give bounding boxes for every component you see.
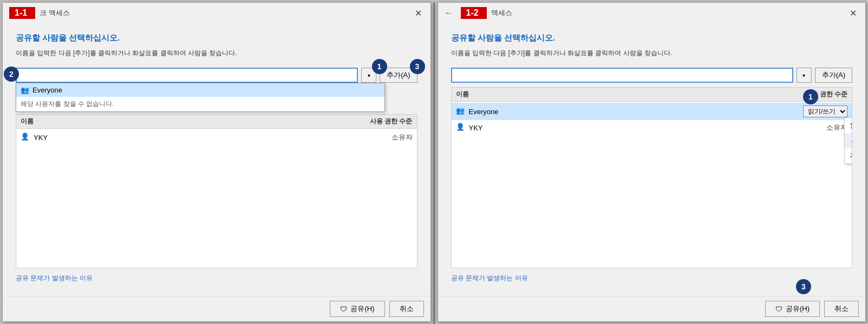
user-name-everyone: Everyone <box>469 108 499 116</box>
circle-3-badge: 3 <box>410 59 425 74</box>
dropdown-arrow-2[interactable]: ▾ <box>797 68 812 83</box>
user-icon-everyone: 👥 <box>456 107 466 116</box>
table-row: 👤 YKY 소유자 <box>16 130 417 145</box>
user-icon-yky: 👤 <box>21 133 30 142</box>
dropdown-list-1: 👥 Everyone 해당 사용자를 찾을 수 없습니다. <box>16 83 385 112</box>
dialog-footer-1: 🛡 공유(H) 취소 <box>3 296 430 321</box>
user-table-2: 이름 사용 권한 수준 👥 Everyone 1 <box>451 87 853 268</box>
cancel-button-2[interactable]: 취소 <box>824 301 859 317</box>
share-button-2[interactable]: 🛡 공유(H) <box>765 301 820 317</box>
share-button-1[interactable]: 🛡 공유(H) <box>330 301 384 317</box>
circle-3-badge-2: 3 <box>796 279 811 294</box>
table-row-everyone: 👥 Everyone 1 읽기/쓰기 읽기 제거 <box>452 103 852 120</box>
user-permission-yky: 소유자 <box>391 133 413 142</box>
title-bar-left-1: 1-1 크 액세스 <box>9 7 70 19</box>
col-name-1: 이름 <box>21 117 34 126</box>
perm-read-label: 읽기 <box>850 121 852 130</box>
table-body-2: 👥 Everyone 1 읽기/쓰기 읽기 제거 <box>452 102 852 136</box>
user-left-yky: 👤 YKY <box>21 133 48 142</box>
close-button-2[interactable]: ✕ <box>847 8 859 18</box>
step-badge-2: 1-2 <box>461 7 487 19</box>
everyone-icon: 👥 <box>21 86 29 94</box>
circle-2-badge: 2 <box>4 67 19 82</box>
sub-text-1: 이름을 입력한 다음 [추가]를 클릭하거나 화살표를 클릭하여 사람을 찾습니… <box>16 49 417 58</box>
input-row-2: ▾ 추가(A) <box>451 68 853 83</box>
table-row-yky-2: 👤 YKY 소유자 <box>452 120 852 135</box>
heading-2: 공유할 사람을 선택하십시오. <box>451 33 853 43</box>
sub-text-2: 이름을 입력한 다음 [추가]를 클릭하거나 화살표를 클릭하여 사람을 찾습니… <box>451 49 853 58</box>
perm-remove-label: 제거 <box>850 151 852 161</box>
user-name-yky: YKY <box>34 134 48 142</box>
shield-icon-2: 🛡 <box>775 305 782 313</box>
permission-dropdown: 읽기 2 ✓ 읽기/쓰기 제거 <box>844 117 852 164</box>
close-button-1[interactable]: ✕ <box>413 8 424 18</box>
user-name-yky-2: YKY <box>469 124 483 132</box>
share-btn-label-1: 공유(H) <box>350 304 374 314</box>
title-bar-left-2: ← 1-2 액세스 <box>445 7 512 19</box>
shield-icon-1: 🛡 <box>340 305 347 313</box>
user-icon-yky-2: 👤 <box>456 123 466 133</box>
back-button[interactable]: ← <box>445 8 453 18</box>
title-bar-1: 1-1 크 액세스 ✕ <box>3 3 430 22</box>
dropdown-item-everyone[interactable]: 👥 Everyone <box>16 83 384 97</box>
everyone-label: Everyone <box>32 86 62 94</box>
circle-1-badge-2: 1 <box>803 89 818 104</box>
table-header-2: 이름 사용 권한 수준 <box>452 88 852 102</box>
step-badge-1: 1-1 <box>9 7 35 19</box>
share-btn-label-2: 공유(H) <box>786 304 810 314</box>
dialog-footer-2: 3 🛡 공유(H) 취소 <box>438 296 866 321</box>
user-left-everyone: 👥 Everyone <box>456 107 499 116</box>
table-body-1: 👤 YKY 소유자 <box>16 129 417 146</box>
divider <box>433 2 435 324</box>
checkmark-icon: ✓ <box>850 136 852 145</box>
dialog-1-2: ← 1-2 액세스 ✕ 공유할 사람을 선택하십시오. 이름을 입력한 다음 [… <box>438 2 866 322</box>
dialog-1-1: 1-1 크 액세스 ✕ 공유할 사람을 선택하십시오. 이름을 입력한 다음 [… <box>2 2 431 322</box>
permission-select-everyone[interactable]: 읽기/쓰기 읽기 제거 <box>803 105 847 117</box>
col-name-2: 이름 <box>456 90 469 99</box>
cancel-button-1[interactable]: 취소 <box>389 301 424 317</box>
dialog-body-2: 공유할 사람을 선택하십시오. 이름을 입력한 다음 [추가]를 클릭하거나 화… <box>438 22 866 296</box>
share-link-2[interactable]: 공유 문제가 발생하는 이유 <box>451 274 853 283</box>
share-link-1[interactable]: 공유 문제가 발생하는 이유 <box>16 274 417 283</box>
dialog-title-1: 크 액세스 <box>40 8 70 18</box>
perm-remove[interactable]: 제거 <box>845 148 852 163</box>
name-input-2[interactable] <box>451 68 793 83</box>
title-bar-2: ← 1-2 액세스 ✕ <box>438 3 866 22</box>
input-row-1: 2 1 ▾ 3 추가(A) 👥 Everyone 해당 사용자를 찾을 수 없습… <box>16 68 417 83</box>
col-permission-1: 사용 권한 수준 <box>370 117 413 126</box>
add-button-2[interactable]: 추가(A) <box>815 68 852 83</box>
dropdown-no-result: 해당 사용자를 찾을 수 없습니다. <box>16 97 384 111</box>
table-header-1: 이름 사용 권한 수준 <box>16 115 417 129</box>
permission-cell-everyone: 1 읽기/쓰기 읽기 제거 읽기 <box>803 105 847 117</box>
heading-1: 공유할 사람을 선택하십시오. <box>16 33 417 43</box>
dialog-title-2: 액세스 <box>491 8 512 18</box>
dialog-body-1: 공유할 사람을 선택하십시오. 이름을 입력한 다음 [추가]를 클릭하거나 화… <box>3 22 430 296</box>
user-left-yky-2: 👤 YKY <box>456 123 483 133</box>
perm-read[interactable]: 읽기 <box>845 118 852 133</box>
name-input-1[interactable] <box>16 68 358 83</box>
perm-read-write[interactable]: 2 ✓ 읽기/쓰기 <box>845 133 852 148</box>
user-table-1: 이름 사용 권한 수준 👤 YKY 소유자 <box>16 114 417 268</box>
circle-1-badge: 1 <box>372 59 387 74</box>
